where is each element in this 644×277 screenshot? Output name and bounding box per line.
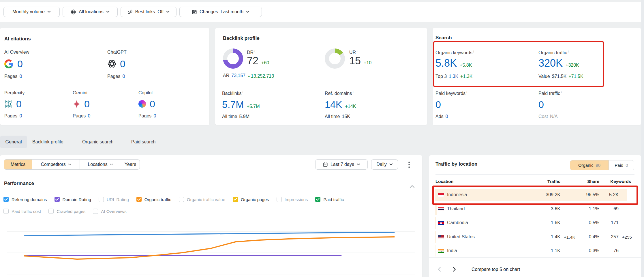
engine-value[interactable]: 0 <box>120 59 125 69</box>
top-toolbar: Monthly volume All locations Best links:… <box>0 2 641 22</box>
gemini-block: Gemini 0 Pages0 <box>73 90 90 119</box>
engine-label: ChatGPT <box>107 50 127 55</box>
pages-value[interactable]: 0 <box>153 113 156 119</box>
engine-label: Gemini <box>73 90 90 96</box>
info-icon[interactable]: i <box>32 35 32 39</box>
info-icon[interactable]: i <box>254 49 255 53</box>
column-header-location[interactable]: Location <box>435 179 454 184</box>
prev-page-button[interactable] <box>438 267 441 273</box>
pages-value[interactable]: 0 <box>19 74 22 79</box>
column-header-traffic[interactable]: Traffic <box>524 179 560 184</box>
ai-citations-panel: AI citationsi AI Overview 0 Pages0 ChatG… <box>0 28 209 125</box>
info-icon[interactable]: i <box>561 90 562 94</box>
thailand-flag-icon <box>438 207 444 211</box>
pages-label: Pages <box>4 113 17 119</box>
best-links-dropdown[interactable]: Best links: Off <box>121 7 177 17</box>
top3-value[interactable]: 1.3K <box>449 74 458 79</box>
ar-value[interactable]: 73,157 <box>231 73 245 78</box>
info-icon[interactable]: i <box>353 90 353 94</box>
engine-label: AI Overview <box>4 50 29 55</box>
organic-keywords-delta: +5.8K <box>460 63 472 68</box>
alltime-label: All time <box>222 114 237 119</box>
openai-icon <box>107 59 117 68</box>
backlink-profile-title: Backlink profile <box>223 35 260 41</box>
location-row-india[interactable]: India 1.1K 0.3% 76 <box>429 244 641 258</box>
next-page-button[interactable] <box>453 267 456 273</box>
perplexity-icon <box>4 100 12 108</box>
organic-paid-toggle: Organic90 Paid0 <box>570 160 634 170</box>
traffic-by-location-panel: Traffic by location Organic90 Paid0 Loca… <box>429 155 641 277</box>
country-name: United States <box>447 234 475 239</box>
traffic-value: 1.4K <box>516 234 560 239</box>
ads-label: Ads <box>435 114 444 119</box>
performance-panel: Metrics Competitors Locations Years Last… <box>0 155 422 277</box>
keywords-link[interactable]: 171 <box>590 220 619 225</box>
alltime-value: 15K <box>342 114 350 119</box>
ai-citations-title: AI citationsi <box>4 35 32 42</box>
value-amount: $71.5K <box>552 74 567 79</box>
info-icon[interactable]: i <box>243 90 243 94</box>
backlinks-label: Backlinksi <box>222 90 243 96</box>
engine-value[interactable]: 0 <box>84 99 90 109</box>
ref-domains-label: Ref. domainsi <box>325 90 354 96</box>
ai-overview-block: AI Overview 0 Pages0 <box>4 50 29 79</box>
copilot-icon <box>138 100 146 108</box>
search-panel: Search Organic keywordsi 5.8K +5.8K Top … <box>433 28 641 125</box>
traffic-value: 3.6K <box>516 206 560 212</box>
location-row-cambodia[interactable]: Cambodia 1.6K 0.5% 171 <box>429 216 641 230</box>
tab-backlink-profile[interactable]: Backlink profile <box>32 136 63 148</box>
cambodia-flag-icon <box>438 221 444 225</box>
dr-delta: +60 <box>261 60 269 65</box>
keywords-link[interactable]: 76 <box>590 248 619 253</box>
column-header-share[interactable]: Share <box>570 179 599 184</box>
keywords-link[interactable]: 257 <box>590 234 619 239</box>
monthly-volume-dropdown[interactable]: Monthly volume <box>3 7 60 17</box>
traffic-value: 1.1K <box>516 248 560 253</box>
info-icon[interactable]: i <box>357 49 357 53</box>
pages-value[interactable]: 0 <box>122 74 125 79</box>
engine-value[interactable]: 0 <box>17 59 23 69</box>
backlinks-delta: +5.7M <box>247 104 260 109</box>
pages-value[interactable]: 0 <box>88 113 90 119</box>
organic-traffic-value[interactable]: 320K <box>538 58 563 68</box>
all-locations-dropdown[interactable]: All locations <box>63 7 118 17</box>
info-icon[interactable]: i <box>568 50 568 53</box>
tab-paid-search[interactable]: Paid search <box>131 136 156 148</box>
keywords-delta: +255 <box>622 235 632 239</box>
organic-keywords-value[interactable]: 5.8K <box>435 58 457 68</box>
toggle-paid[interactable]: Paid0 <box>609 160 634 170</box>
backlinks-value[interactable]: 5.7M <box>222 100 244 109</box>
info-icon[interactable]: i <box>466 90 467 94</box>
up-triangle-icon: ▲ <box>247 74 250 78</box>
engine-value[interactable]: 0 <box>150 99 155 109</box>
cost-value: N/A <box>550 114 558 119</box>
ur-donut-chart <box>325 48 345 69</box>
paid-traffic-label: Paid traffici <box>538 90 562 96</box>
compare-top5-link[interactable]: Compare top 5 on chart <box>472 267 520 272</box>
changes-dropdown[interactable]: Changes: Last month <box>179 7 262 17</box>
tab-organic-search[interactable]: Organic search <box>82 136 114 148</box>
ur-value: 15 <box>349 56 361 66</box>
toggle-organic[interactable]: Organic90 <box>570 160 609 170</box>
engine-value[interactable]: 0 <box>16 99 22 109</box>
highlight-box-indonesia <box>432 186 638 205</box>
performance-line-chart[interactable] <box>0 155 422 277</box>
paid-traffic-value[interactable]: 0 <box>538 99 544 110</box>
ar-label: AR <box>223 73 229 78</box>
divider <box>435 174 634 175</box>
paid-keywords-label: Paid keywordsi <box>435 90 467 96</box>
tab-general[interactable]: General <box>0 136 27 148</box>
column-header-keywords[interactable]: Keywords <box>599 179 631 184</box>
pages-label: Pages <box>4 74 17 79</box>
info-icon[interactable]: i <box>473 50 474 53</box>
pages-value[interactable]: 0 <box>19 113 22 119</box>
ref-domains-value[interactable]: 14K <box>325 100 342 109</box>
keywords-link[interactable]: 69 <box>590 206 619 212</box>
location-row-united-states[interactable]: United States 1.4K +1.4K 0.4% 257 +255 <box>429 230 641 244</box>
dr-donut-chart <box>223 48 243 69</box>
cost-label: Cost <box>538 114 548 119</box>
scrollbar-track[interactable] <box>641 0 644 277</box>
ads-value[interactable]: 0 <box>446 114 448 119</box>
paid-keywords-value[interactable]: 0 <box>435 99 441 110</box>
value-label: Value <box>538 74 550 79</box>
